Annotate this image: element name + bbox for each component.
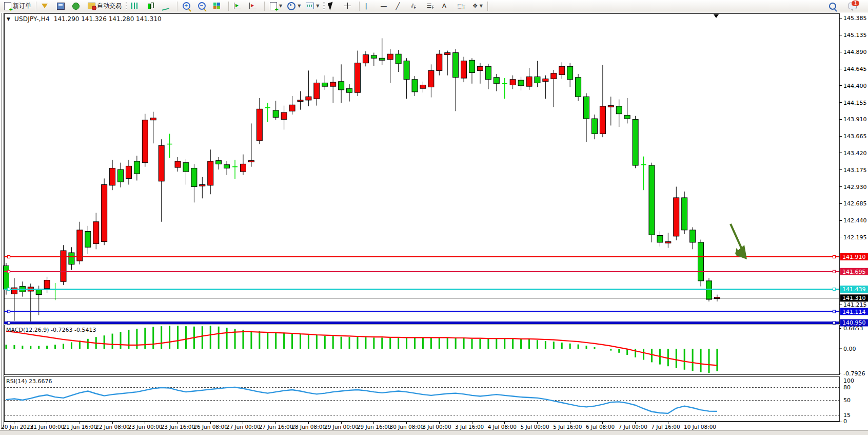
price-axis-tick: 142.685: [843, 200, 867, 207]
market-watch-icon: [42, 4, 48, 8]
date-axis-label: 22 Jun 08:00: [95, 424, 130, 430]
price-axis-tick: 142.440: [843, 217, 867, 224]
auto-scroll-button[interactable]: [232, 1, 246, 12]
indicators-button[interactable]: +▼: [268, 1, 284, 12]
price-axis-tick: 143.910: [843, 116, 867, 123]
main-toolbar: + 新订单 自动交易 + − +▼ ▼ ▼ | — ╱ ⫽E ☰F A ⬚T ✥…: [0, 0, 868, 12]
periods-button[interactable]: ▼: [285, 1, 303, 12]
fibonacci-icon: ☰F: [426, 3, 431, 9]
date-axis-label: 28 Jun 08:00: [291, 424, 326, 430]
chart-symbol-header[interactable]: ▼ USDJPY-,H4 141.290 141.326 141.280 141…: [7, 15, 162, 23]
macd-signal-value: -0.5413: [74, 327, 96, 333]
new-order-icon: +: [4, 2, 11, 10]
indicators-icon: +: [270, 2, 277, 10]
vertical-line-icon: |: [365, 3, 367, 9]
rsi-axis-label: 50: [843, 397, 851, 404]
tile-windows-icon: [213, 3, 220, 9]
templates-button[interactable]: ▼: [304, 1, 321, 12]
chart-shift-button[interactable]: [247, 1, 262, 12]
auto-trading-button[interactable]: 自动交易: [86, 1, 124, 12]
macd-name: MACD(12,26,9): [6, 327, 49, 333]
tile-windows-button[interactable]: [211, 1, 226, 12]
toolbar-grip: [323, 2, 325, 10]
separator: [36, 2, 37, 11]
arrows-tool-button[interactable]: ✥▼: [470, 1, 485, 12]
date-axis-label: 6 Jul 08:00: [586, 424, 615, 430]
market-watch-button[interactable]: [40, 1, 54, 12]
zoom-in-icon: +: [183, 2, 190, 10]
search-button[interactable]: [827, 1, 841, 12]
cursor-icon: [328, 2, 335, 10]
navigator-button[interactable]: [55, 1, 69, 12]
auto-trading-icon: [88, 3, 95, 9]
separator: [264, 2, 265, 11]
price-line-label: 141.910: [842, 254, 866, 260]
macd-indicator-label: MACD(12,26,9) -0.7263 -0.5413: [6, 327, 96, 333]
rsi-name: RSI(14): [6, 378, 27, 385]
price-axis-tick: 143.665: [843, 133, 867, 140]
bar-chart-mode-button[interactable]: [129, 1, 144, 12]
zoom-in-button[interactable]: +: [181, 1, 195, 12]
price-axis-tick: 143.175: [843, 167, 867, 174]
channel-tool-button[interactable]: ⫽E: [409, 1, 423, 12]
horizontal-line-icon: —: [380, 3, 387, 9]
date-axis-label: 29 Jun 00:00: [324, 424, 359, 430]
macd-axis-label: -0.7926: [843, 370, 865, 377]
price-axis-tick: 144.155: [843, 100, 867, 106]
rsi-axis-label: 100: [843, 377, 854, 384]
chevron-down-icon: ▼: [7, 16, 10, 22]
price-axis-tick: 145.135: [843, 32, 867, 39]
date-axis-label: 26 Jun 08:00: [193, 424, 228, 430]
auto-trading-label: 自动交易: [97, 2, 122, 10]
text-label-tool-button[interactable]: ⬚T: [455, 1, 469, 12]
macd-main-value: -0.7263: [51, 327, 72, 333]
macd-axis-label: 0.00: [843, 346, 856, 352]
date-axis-label: 7 Jul 16:00: [651, 424, 680, 430]
cursor-tool-button[interactable]: [327, 1, 341, 12]
text-tool-button[interactable]: A: [440, 1, 454, 12]
price-line-label: 141.695: [842, 269, 866, 275]
rsi-axis-label: 80: [843, 384, 851, 391]
chart-canvas[interactable]: 145.385145.135144.890144.645144.400144.1…: [0, 0, 868, 435]
chart-ohlc-values: 141.290 141.326 141.280 141.310: [54, 15, 162, 23]
date-axis-label: 23 Jun 16:00: [161, 424, 195, 430]
date-axis-label: 30 Jun 08:00: [390, 424, 424, 430]
terminal-button[interactable]: [70, 1, 85, 12]
text-label-icon: ⬚T: [457, 3, 462, 9]
clock-icon: [287, 2, 295, 10]
notifications-button[interactable]: 1: [846, 1, 861, 12]
date-axis-label: 20 Jun 2023: [1, 424, 33, 430]
horizontal-line-tool-button[interactable]: —: [378, 1, 392, 12]
price-axis-tick: 144.645: [843, 66, 867, 72]
template-icon: [306, 3, 314, 9]
candle-chart-mode-button[interactable]: [145, 1, 159, 12]
rsi-indicator-label: RSI(14) 23.6676: [6, 378, 52, 385]
crosshair-tool-button[interactable]: [342, 1, 357, 12]
arrows-icon: ✥: [472, 3, 477, 9]
date-axis-label: 27 Jun 00:00: [226, 424, 261, 430]
rsi-value: 23.6676: [29, 378, 52, 385]
candlestick-icon: [147, 3, 153, 9]
new-order-button[interactable]: + 新订单: [2, 1, 33, 12]
chart-symbol-label: USDJPY-,H4: [14, 15, 50, 23]
date-axis-label: 5 Jul 00:00: [520, 424, 549, 430]
date-axis-label: 23 Jun 00:00: [128, 424, 163, 430]
date-axis-label: 27 Jun 16:00: [259, 424, 293, 430]
new-order-label: 新订单: [13, 2, 31, 10]
separator: [487, 2, 488, 11]
chat-bubble-icon: 1: [849, 3, 857, 9]
rsi-axis-label: 0: [843, 418, 847, 425]
search-icon: [829, 3, 836, 10]
price-line-label: 141.114: [842, 309, 866, 315]
trendline-icon: ╱: [396, 3, 400, 9]
price-line-label: 141.439: [842, 286, 866, 293]
date-axis-label: 7 Jul 00:00: [619, 424, 647, 430]
text-icon: A: [442, 3, 446, 9]
notification-badge: 1: [852, 1, 859, 6]
vertical-line-tool-button[interactable]: |: [363, 1, 377, 12]
fibonacci-tool-button[interactable]: ☰F: [424, 1, 439, 12]
line-chart-mode-button[interactable]: [160, 1, 174, 12]
zoom-out-button[interactable]: −: [196, 1, 210, 12]
date-axis-label: 4 Jul 08:00: [488, 424, 517, 430]
trendline-tool-button[interactable]: ╱: [393, 1, 408, 12]
